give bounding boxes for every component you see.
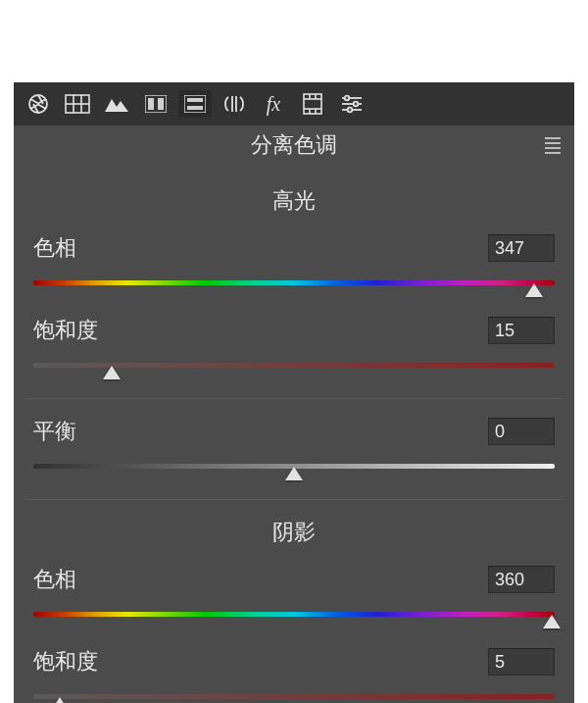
shadows-sat-input[interactable]	[488, 648, 555, 676]
panel-title: 分离色调	[251, 130, 337, 160]
hue-track	[33, 612, 555, 617]
highlights-hue-label: 色相	[33, 233, 112, 263]
slider-thumb[interactable]	[543, 615, 561, 628]
svg-rect-6	[148, 98, 154, 110]
aperture-icon[interactable]	[22, 90, 55, 118]
panel-header: 分离色调	[14, 126, 574, 165]
highlights-hue-row: 色相	[14, 233, 574, 263]
panel-body: 高光 色相 饱和度 平衡	[14, 165, 574, 703]
shadows-hue-slider[interactable]	[33, 604, 555, 628]
section-highlights-title: 高光	[14, 186, 574, 216]
highlights-hue-input[interactable]	[488, 234, 555, 262]
shadows-hue-row: 色相	[14, 565, 574, 594]
sat-track	[33, 694, 555, 699]
slider-thumb[interactable]	[285, 467, 303, 480]
highlights-hue-slider[interactable]	[33, 273, 555, 296]
slider-thumb[interactable]	[525, 283, 543, 297]
svg-point-23	[354, 102, 359, 107]
svg-point-21	[345, 96, 350, 101]
svg-rect-8	[184, 95, 206, 113]
svg-rect-7	[158, 98, 164, 110]
shadows-sat-slider[interactable]	[33, 686, 555, 703]
slider-thumb[interactable]	[51, 697, 69, 703]
fx-icon[interactable]: fx	[257, 90, 290, 118]
highlights-sat-label: 饱和度	[33, 316, 112, 345]
shadows-sat-row: 饱和度	[14, 647, 574, 677]
highlights-sat-slider[interactable]	[33, 355, 555, 378]
split-toning-panel-window: fx 分离色调 高光	[14, 82, 574, 700]
shadows-hue-label: 色相	[33, 565, 112, 594]
grid-icon[interactable]	[61, 90, 94, 118]
split-toning-panel: 分离色调 高光 色相 饱和度	[14, 126, 574, 703]
balance-label: 平衡	[33, 417, 112, 446]
svg-point-25	[348, 108, 353, 113]
balance-input[interactable]	[488, 418, 555, 445]
highlights-sat-input[interactable]	[488, 317, 555, 344]
shadows-hue-input[interactable]	[488, 566, 555, 593]
panel-menu-icon[interactable]	[545, 135, 564, 155]
divider	[25, 499, 563, 500]
module-toolbar: fx	[14, 82, 574, 126]
svg-rect-9	[187, 98, 203, 102]
rows-icon[interactable]	[178, 90, 212, 118]
divider	[25, 398, 563, 399]
hue-track	[33, 280, 555, 285]
sliders-icon[interactable]	[335, 90, 368, 118]
lens-icon[interactable]	[218, 90, 251, 118]
svg-rect-13	[304, 94, 321, 114]
shadows-sat-label: 饱和度	[33, 647, 112, 677]
svg-rect-10	[187, 106, 203, 110]
frame-icon[interactable]	[296, 90, 329, 118]
columns-icon[interactable]	[139, 90, 172, 118]
balance-row: 平衡	[14, 417, 574, 446]
balance-slider[interactable]	[33, 456, 555, 479]
mountains-icon[interactable]	[100, 90, 133, 118]
slider-thumb[interactable]	[103, 366, 121, 379]
section-shadows-title: 阴影	[14, 518, 574, 547]
highlights-sat-row: 饱和度	[14, 316, 574, 345]
